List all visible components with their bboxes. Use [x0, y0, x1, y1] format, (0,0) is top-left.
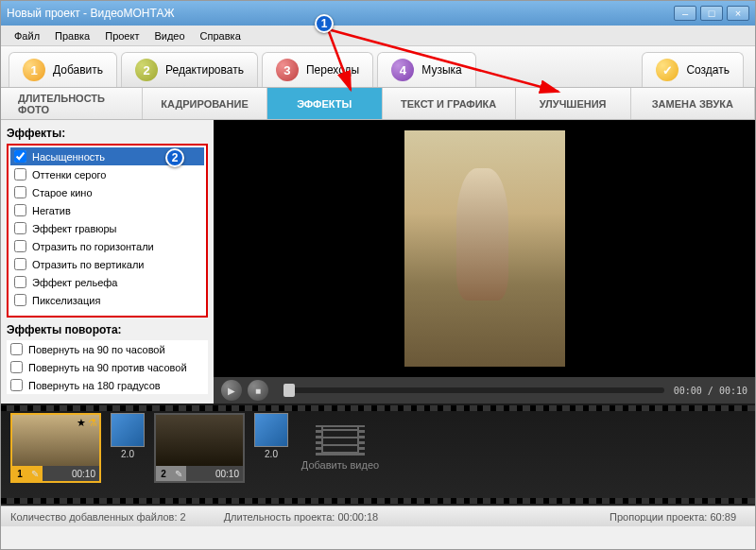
menu-help[interactable]: Справка — [193, 28, 249, 43]
stop-button[interactable]: ■ — [248, 380, 268, 401]
effect-checkbox[interactable] — [14, 294, 26, 306]
step-create[interactable]: ✓Создать — [642, 52, 744, 87]
rotate-90-ccw[interactable]: Повернуть на 90 против часовой — [7, 358, 208, 376]
effects-list[interactable]: Насыщенность Оттенки серого Старое кино … — [10, 147, 204, 314]
clip-badges: ★⚗ — [77, 417, 97, 429]
transition-duration: 2.0 — [121, 449, 134, 459]
step-check-icon: ✓ — [656, 59, 679, 81]
window-title: Новый проект - ВидеоМОНТАЖ — [7, 7, 175, 20]
menu-file[interactable]: Файл — [7, 28, 47, 43]
effect-grayscale[interactable]: Оттенки серого — [10, 165, 204, 183]
effect-checkbox[interactable] — [14, 150, 26, 163]
transition-icon — [254, 413, 288, 447]
transition-icon — [111, 413, 145, 447]
effect-checkbox[interactable] — [14, 204, 26, 216]
rotation-title: Эффекты поворота: — [7, 323, 208, 336]
effect-checkbox[interactable] — [14, 186, 26, 198]
maximize-button[interactable]: □ — [700, 6, 723, 21]
add-video-button[interactable]: Добавить видео — [298, 413, 383, 483]
minimize-button[interactable]: – — [674, 6, 696, 21]
effect-flip-v[interactable]: Отразить по вертикали — [10, 255, 204, 273]
effects-title: Эффекты: — [7, 127, 208, 140]
rotation-checkbox[interactable] — [10, 343, 23, 355]
rotate-90-cw[interactable]: Повернуть на 90 по часовой — [7, 340, 208, 358]
effect-old-film[interactable]: Старое кино — [10, 183, 204, 201]
effect-checkbox[interactable] — [14, 222, 26, 234]
effect-negative[interactable]: Негатив — [10, 201, 204, 219]
timeline-transition-2[interactable]: 2.0 — [252, 413, 290, 462]
add-video-label: Добавить видео — [301, 459, 379, 471]
menu-project[interactable]: Проект — [97, 28, 146, 43]
star-icon: ★ — [77, 417, 86, 429]
clip-number: 2 — [156, 466, 171, 481]
timeline-clip-2[interactable]: 2✎00:10 — [154, 413, 245, 483]
clip-number: 1 — [12, 466, 27, 481]
subtab-crop[interactable]: КАДРИРОВАНИЕ — [143, 88, 266, 119]
preview-image — [214, 120, 755, 377]
subtab-audio[interactable]: ЗАМЕНА ЗВУКА — [631, 88, 755, 119]
timeline-transition-1[interactable]: 2.0 — [109, 413, 146, 462]
step-3-icon: 3 — [276, 59, 299, 81]
status-ratio: Пропорции проекта: 60:89 — [610, 511, 736, 523]
step-2-icon: 2 — [135, 59, 158, 81]
film-icon — [321, 425, 359, 455]
flask-icon: ⚗ — [88, 417, 97, 429]
status-bar: Количество добавленных файлов: 2 Длитель… — [1, 506, 755, 526]
menu-edit[interactable]: Правка — [47, 28, 97, 43]
step-edit[interactable]: 2Редактировать — [121, 52, 258, 87]
seek-track[interactable] — [284, 387, 664, 393]
time-label: 00:00 / 00:10 — [674, 386, 747, 396]
rotation-checkbox[interactable] — [10, 361, 23, 373]
timeline[interactable]: ★⚗ 1✎00:10 2.0 2✎00:10 2.0 Добавить виде… — [1, 404, 755, 506]
close-button[interactable]: × — [727, 6, 749, 21]
seek-thumb[interactable] — [284, 384, 295, 397]
effect-pixelate[interactable]: Пикселизация — [10, 291, 204, 309]
clip-duration: 00:10 — [72, 469, 99, 479]
status-files: Количество добавленных файлов: 2 — [10, 511, 186, 523]
effect-flip-h[interactable]: Отразить по горизонтали — [10, 237, 204, 255]
rotation-list: Повернуть на 90 по часовой Повернуть на … — [7, 340, 208, 394]
timeline-clip-1[interactable]: ★⚗ 1✎00:10 — [10, 413, 101, 483]
status-duration: Длительность проекта: 00:00:18 — [224, 511, 379, 523]
effect-checkbox[interactable] — [14, 276, 26, 288]
preview-area: ▶ ■ 00:00 / 00:10 — [214, 120, 755, 404]
callout-2: 2 — [165, 148, 184, 167]
pencil-icon[interactable]: ✎ — [27, 466, 43, 481]
play-button[interactable]: ▶ — [221, 380, 242, 401]
pencil-icon[interactable]: ✎ — [171, 466, 186, 481]
clip-duration: 00:10 — [215, 469, 243, 479]
effect-relief[interactable]: Эффект рельефа — [10, 273, 204, 291]
effect-checkbox[interactable] — [14, 168, 26, 180]
transition-duration: 2.0 — [265, 449, 278, 459]
player-bar: ▶ ■ 00:00 / 00:10 — [214, 377, 755, 404]
svg-line-1 — [328, 29, 558, 92]
effect-engraving[interactable]: Эффект гравюры — [10, 219, 204, 237]
preview-photo — [404, 130, 565, 367]
rotation-checkbox[interactable] — [10, 379, 23, 391]
step-add[interactable]: 1Добавить — [9, 52, 117, 87]
rotate-180[interactable]: Повернуть на 180 градусов — [7, 376, 208, 394]
effect-checkbox[interactable] — [14, 258, 26, 270]
menu-video[interactable]: Видео — [146, 28, 192, 43]
svg-line-0 — [328, 29, 351, 90]
clip-thumbnail — [156, 415, 243, 468]
window-titlebar: Новый проект - ВидеоМОНТАЖ – □ × — [1, 1, 755, 26]
effects-list-box: Насыщенность Оттенки серого Старое кино … — [7, 144, 208, 318]
tutorial-arrow-1 — [322, 24, 606, 109]
callout-1: 1 — [315, 14, 334, 33]
effect-checkbox[interactable] — [14, 240, 26, 252]
step-1-icon: 1 — [23, 59, 45, 81]
subtab-duration[interactable]: ДЛИТЕЛЬНОСТЬ ФОТО — [1, 88, 143, 119]
